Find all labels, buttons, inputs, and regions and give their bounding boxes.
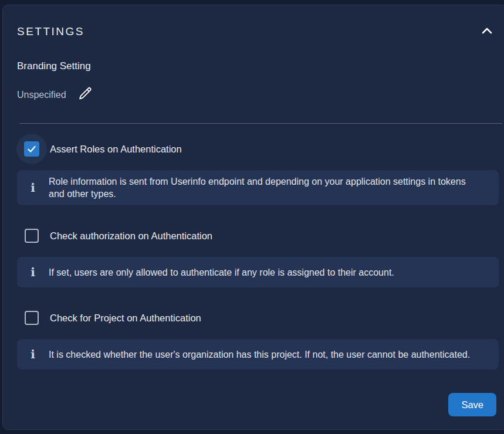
assert-roles-label: Assert Roles on Authentication (50, 144, 182, 155)
branding-setting-row: Unspecified (17, 86, 502, 103)
branding-setting-value: Unspecified (17, 90, 66, 100)
edit-branding-button[interactable] (78, 86, 93, 103)
info-icon: ℹ (17, 266, 49, 278)
info-box-check-project: ℹ It is checked whether the user's organ… (17, 339, 499, 369)
divider (19, 123, 502, 124)
check-authorization-checkbox[interactable] (25, 229, 39, 243)
collapse-section-button[interactable] (481, 26, 493, 37)
info-box-assert-roles: ℹ Role information is sent from Userinfo… (17, 170, 499, 205)
checkbox-halo (16, 134, 47, 164)
info-text: Role information is sent from Userinfo e… (49, 175, 499, 200)
chevron-up-icon (481, 26, 493, 37)
setting-row-assert-roles: Assert Roles on Authentication (16, 134, 502, 164)
page-title: SETTINGS (17, 25, 84, 38)
checkbox-halo (16, 303, 47, 333)
setting-row-check-authorization: Check authorization on Authentication (16, 221, 502, 251)
save-button[interactable]: Save (448, 393, 496, 416)
branding-setting-label: Branding Setting (17, 60, 502, 72)
setting-row-check-project: Check for Project on Authentication (16, 303, 502, 333)
checkmark-icon (26, 144, 37, 154)
info-text: It is checked whether the user's organiz… (49, 348, 485, 361)
panel-header: SETTINGS (17, 25, 502, 38)
info-icon: ℹ (17, 348, 49, 360)
pencil-icon (78, 86, 93, 103)
info-box-check-authorization: ℹ If set, users are only allowed to auth… (17, 257, 499, 287)
check-authorization-label: Check authorization on Authentication (50, 230, 212, 242)
info-icon: ℹ (17, 182, 49, 194)
assert-roles-checkbox[interactable] (24, 141, 39, 157)
check-project-label: Check for Project on Authentication (50, 313, 201, 324)
footer: Save (17, 393, 502, 416)
check-project-checkbox[interactable] (25, 311, 39, 325)
info-text: If set, users are only allowed to authen… (49, 266, 410, 279)
settings-card: SETTINGS Branding Setting Unspecified (2, 5, 504, 430)
checkbox-halo (16, 221, 47, 251)
